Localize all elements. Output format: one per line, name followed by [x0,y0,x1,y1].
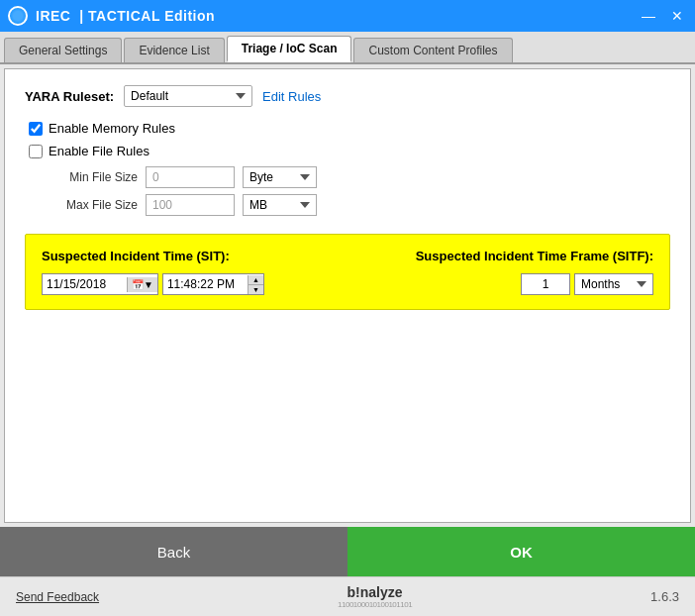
enable-memory-checkbox[interactable] [29,122,43,136]
min-file-size-input[interactable] [146,166,235,188]
version-label: 1.6.3 [650,589,679,604]
yara-label: YARA Ruleset: [25,89,114,104]
max-file-size-label: Max File Size [49,198,138,212]
sitf-label: Suspected Incident Time Frame (SITF): [416,249,653,263]
edit-rules-link[interactable]: Edit Rules [262,89,321,104]
button-row: Back OK [0,527,695,576]
footer: Send Feedback b!nalyze 11001000101001011… [0,576,695,616]
logo-text: b!nalyze [338,584,412,600]
min-file-size-row: Min File Size Byte KB MB [49,166,670,188]
tab-general-settings[interactable]: General Settings [4,38,122,62]
enable-file-checkbox[interactable] [29,145,43,158]
tab-evidence-list[interactable]: Evidence List [124,38,224,62]
minimize-button[interactable]: — [638,9,659,23]
date-input-wrapper: 📅▼ [42,273,158,295]
max-file-size-input[interactable] [146,194,235,216]
sit-label: Suspected Incident Time (SIT): [42,249,230,263]
sitf-number-input[interactable] [521,273,570,295]
yellow-section: Suspected Incident Time (SIT): Suspected… [25,234,670,310]
logo-binary: 1100100010100101101 [338,600,412,609]
max-file-size-unit[interactable]: Byte KB MB [243,194,317,216]
tab-triage-ioc-scan[interactable]: Triage / IoC Scan [227,36,352,62]
sitf-inputs: Minutes Hours Days Months Years [521,273,653,295]
enable-file-row: Enable File Rules [29,144,670,158]
min-file-size-label: Min File Size [49,170,138,184]
max-file-size-row: Max File Size Byte KB MB [49,194,670,216]
tab-custom-content-profiles[interactable]: Custom Content Profiles [353,38,512,62]
tab-bar: General Settings Evidence List Triage / … [0,32,695,64]
date-input[interactable] [43,274,127,294]
yara-row: YARA Ruleset: Default Edit Rules [25,85,670,107]
enable-file-label[interactable]: Enable File Rules [49,144,149,158]
calendar-button[interactable]: 📅▼ [127,277,157,292]
logo-area: b!nalyze 1100100010100101101 [338,584,412,609]
app-icon [8,6,28,26]
time-input-wrapper: ▲ ▼ [162,273,264,295]
yara-ruleset-select[interactable]: Default [124,85,252,107]
min-file-size-unit[interactable]: Byte KB MB [243,166,317,188]
title-bar: IREC | TACTICAL Edition — ✕ [0,0,695,32]
enable-memory-row: Enable Memory Rules [29,121,670,136]
main-panel: YARA Ruleset: Default Edit Rules Enable … [4,68,691,523]
ok-button[interactable]: OK [348,527,695,576]
time-spin-down-button[interactable]: ▼ [248,285,263,294]
back-button[interactable]: Back [0,527,348,576]
enable-memory-label[interactable]: Enable Memory Rules [49,121,175,136]
time-input[interactable] [163,274,248,294]
file-size-section: Min File Size Byte KB MB Max File Size B… [49,166,670,216]
sit-inputs: 📅▼ ▲ ▼ [42,273,264,295]
time-spin-buttons: ▲ ▼ [248,275,263,294]
time-spin-up-button[interactable]: ▲ [248,275,263,285]
send-feedback-link[interactable]: Send Feedback [16,590,99,604]
app-title: IREC | TACTICAL Edition [36,8,215,24]
close-button[interactable]: ✕ [667,9,687,23]
sitf-unit-select[interactable]: Minutes Hours Days Months Years [574,273,653,295]
yellow-headers: Suspected Incident Time (SIT): Suspected… [42,249,653,263]
